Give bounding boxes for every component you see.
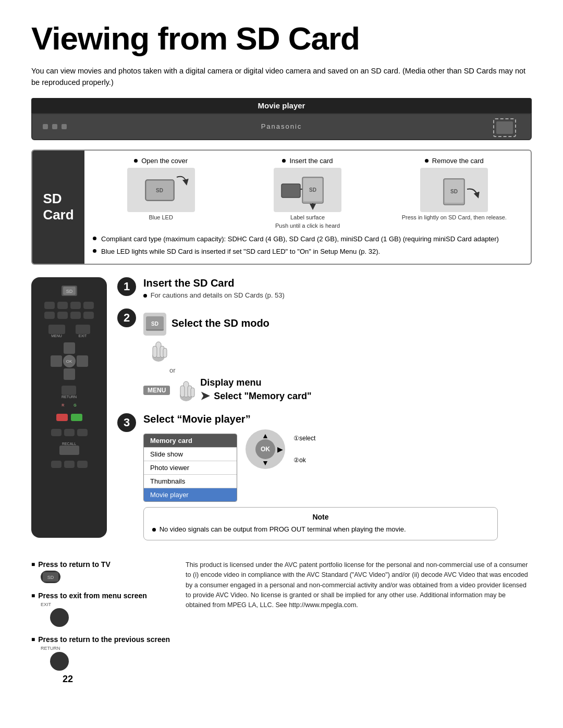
sd-slot-inner — [496, 121, 513, 134]
bullet-remove — [425, 159, 429, 163]
svg-text:SD: SD — [47, 575, 54, 580]
svg-text:SD: SD — [450, 189, 458, 194]
ctrl-dot-3 — [62, 124, 67, 129]
select-label-1: ①select — [293, 435, 315, 442]
press-item-2: Press to exit from menu screen EXIT — [31, 591, 170, 627]
illus-insert: SD — [274, 168, 341, 212]
remote-sd-icon: SD — [62, 286, 77, 296]
brand-label: Panasonic — [261, 122, 302, 130]
remote-btn-5[interactable] — [44, 312, 55, 319]
menu-display-row: MENU Display menu ➤ — [143, 376, 532, 404]
step-3-title: Select “Movie player” — [143, 413, 532, 425]
g-label: G — [74, 403, 76, 407]
r-label: R — [62, 403, 64, 407]
step-1-bullet — [143, 294, 147, 298]
dpad-left[interactable] — [51, 355, 62, 367]
tv-device-bar: Panasonic — [31, 113, 532, 140]
note-bullet-2 — [93, 249, 96, 253]
svg-text:SD: SD — [66, 289, 72, 294]
ok-selector: ▲ ▼ ▶ OK — [246, 429, 285, 469]
step-2-number: 2 — [117, 309, 136, 327]
note-box: Note No video signals can be output from… — [143, 507, 498, 540]
top-btn-row — [44, 302, 94, 309]
remote-btn-9[interactable] — [51, 429, 62, 436]
green-btn[interactable] — [71, 414, 82, 421]
step-2-icon-row: SD Select the SD modo — [143, 313, 532, 336]
recall-btn[interactable] — [59, 446, 79, 455]
main-area: SD MENU EXIT — [31, 277, 532, 550]
remote-btn-4[interactable] — [83, 302, 94, 309]
exit-icon-area: EXIT — [41, 602, 170, 627]
sd-card-steps: Open the cover SD — [84, 151, 531, 264]
remote-btn-3[interactable] — [70, 302, 81, 309]
menu-hand-icon — [176, 376, 196, 404]
step-insert-title: Insert the card — [282, 157, 333, 165]
ctrl-dot-1 — [43, 124, 48, 129]
sd-notes: Compliant card type (maximum capacity): … — [93, 234, 522, 258]
remote-dpad: OK — [51, 342, 88, 380]
exit-btn[interactable] — [76, 325, 90, 334]
remote-btn-2[interactable] — [57, 302, 68, 309]
svg-rect-6 — [282, 184, 300, 198]
step-2-row: 2 SD Select the SD modo — [117, 309, 532, 404]
step-1-row: 1 Insert the SD Card For cautions and de… — [117, 277, 532, 299]
intro-text: You can view movies and photos taken wit… — [31, 66, 527, 89]
press-label-1: Press to return to TV — [31, 560, 170, 569]
remote-btn-10[interactable] — [64, 429, 75, 436]
step-1-sub: For cautions and details on SD Cards (p.… — [143, 291, 532, 299]
steps-area: 1 Insert the SD Card For cautions and de… — [117, 277, 532, 550]
press-item-3: Press to return to the previous screen R… — [31, 635, 170, 671]
step-open-caption: Blue LED — [149, 214, 173, 220]
press-item-1: Press to return to TV SD — [31, 560, 170, 583]
red-btn[interactable] — [56, 414, 68, 421]
step-remove-caption: Press in lightly on SD Card, then releas… — [402, 214, 507, 220]
menu-badge: MENU — [143, 386, 170, 395]
dpad-down[interactable] — [64, 368, 75, 380]
dpad-right[interactable] — [77, 355, 88, 367]
rg-row: R G — [62, 403, 77, 407]
return-btn[interactable] — [62, 386, 76, 395]
menu-slide-show[interactable]: Slide show — [144, 448, 237, 461]
exit-circle-btn — [50, 608, 69, 627]
remote-btn-1[interactable] — [44, 302, 55, 309]
dpad-ok[interactable]: OK — [63, 355, 76, 367]
dpad-up[interactable] — [64, 342, 75, 354]
section-header: Movie player — [31, 98, 532, 113]
tv-controls — [43, 124, 67, 129]
remote-btn-13[interactable] — [64, 461, 75, 468]
svg-text:SD: SD — [151, 321, 158, 327]
menu-exit-row: MENU EXIT — [48, 325, 90, 338]
remote-btn-7[interactable] — [70, 312, 81, 319]
step-3-content: Select “Movie player” Memory card Slide … — [143, 413, 532, 540]
return-circle-btn — [50, 652, 69, 671]
remote-btn-8[interactable] — [83, 312, 94, 319]
sd-mode-hand — [149, 337, 532, 364]
svg-rect-25 — [191, 388, 194, 397]
ok-arrow-up: ▲ — [262, 431, 269, 440]
menu-thumbnails[interactable]: Thumbnails — [144, 475, 237, 488]
menu-photo-viewer[interactable]: Photo viewer — [144, 461, 237, 475]
display-menu-text: Display menu ➤ Select "Memory card" — [200, 377, 311, 403]
page-title: Viewing from SD Card — [31, 21, 532, 56]
sd-steps-images: Open the cover SD — [93, 157, 522, 229]
remote-btn-11[interactable] — [77, 429, 88, 436]
step-3-detail: Memory card Slide show Photo viewer Thum… — [143, 429, 532, 502]
step-3-number: 3 — [117, 413, 136, 432]
menu-btn[interactable] — [48, 325, 65, 334]
remote-btn-12[interactable] — [51, 461, 62, 468]
step-insert-caption2: Push until a click is heard — [275, 223, 340, 229]
svg-text:SD: SD — [156, 188, 163, 193]
step-open-title: Open the cover — [134, 157, 188, 165]
note-text: No video signals can be output from PROG… — [152, 524, 489, 535]
ok-selector-area: ▲ ▼ ▶ OK ①select ②ok — [246, 429, 315, 469]
select-memory-row: ➤ Select "Memory card" — [200, 389, 311, 403]
sd-slot — [493, 118, 516, 137]
remote-btn-6[interactable] — [57, 312, 68, 319]
bottom-area: Press to return to TV SD Press to exit f… — [31, 560, 532, 679]
remote-btn-14[interactable] — [77, 461, 88, 468]
menu-movie-player[interactable]: Movie player — [144, 488, 237, 501]
ok-inner-btn[interactable]: OK — [255, 439, 275, 459]
more-btns — [51, 429, 88, 436]
recall-label: RECALL — [62, 442, 76, 446]
bottom-btns — [51, 461, 88, 468]
